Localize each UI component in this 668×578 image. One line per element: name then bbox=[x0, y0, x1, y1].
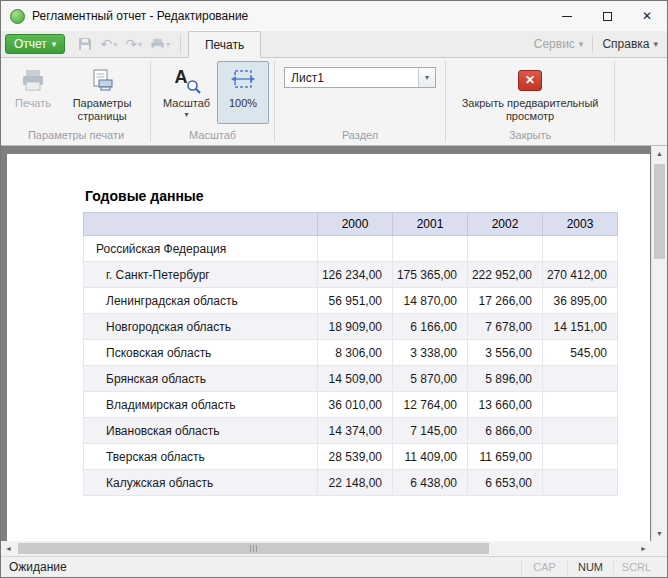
vertical-scrollbar[interactable]: ▲ ▼ bbox=[651, 146, 667, 541]
horizontal-scroll-thumb[interactable] bbox=[18, 543, 489, 554]
region-name-cell: Владимирская область bbox=[84, 392, 318, 418]
value-cell: 175 365,00 bbox=[393, 262, 468, 288]
scroll-right-button[interactable]: ► bbox=[636, 541, 651, 556]
tab-print[interactable]: Печать bbox=[188, 31, 261, 58]
close-button[interactable]: ✕ bbox=[627, 1, 667, 31]
scale-button[interactable]: A Масштаб ▾ bbox=[156, 61, 217, 124]
region-name-cell: Калужская область bbox=[84, 470, 318, 496]
maximize-icon bbox=[603, 12, 612, 21]
report-title: Годовые данные bbox=[85, 188, 204, 204]
year-header-cell: 2002 bbox=[468, 213, 543, 236]
value-cell: 11 659,00 bbox=[468, 444, 543, 470]
value-cell: 5 896,00 bbox=[468, 366, 543, 392]
value-cell bbox=[543, 366, 618, 392]
value-cell: 14 509,00 bbox=[318, 366, 393, 392]
group-label-scale: Масштаб bbox=[152, 127, 273, 145]
sheet-select-combobox[interactable]: Лист1 ▾ bbox=[284, 67, 436, 88]
window-title: Регламентный отчет - Редактирование bbox=[32, 9, 547, 23]
preview-area: Годовые данные 2000 2001 2002 2003 bbox=[1, 146, 651, 541]
value-cell: 6 166,00 bbox=[393, 314, 468, 340]
chevron-down-icon: ▾ bbox=[113, 40, 117, 49]
toolbar-separator bbox=[180, 35, 181, 53]
region-name-cell: Российская Федерация bbox=[84, 236, 318, 262]
value-cell: 8 306,00 bbox=[318, 340, 393, 366]
group-close: ✕ Закрыть предварительный просмотр Закры… bbox=[447, 58, 613, 145]
zoom-100-button[interactable]: 100% bbox=[217, 61, 269, 124]
titlebar[interactable]: Регламентный отчет - Редактирование ✕ bbox=[1, 1, 667, 31]
value-cell: 7 145,00 bbox=[393, 418, 468, 444]
print-button-label: Печать bbox=[15, 97, 51, 110]
print-button[interactable]: Печать bbox=[7, 61, 59, 124]
value-cell: 126 234,00 bbox=[318, 262, 393, 288]
scroll-up-icon: ▲ bbox=[656, 150, 663, 157]
thumb-grip bbox=[250, 545, 251, 552]
scroll-up-button[interactable]: ▲ bbox=[652, 146, 667, 161]
region-name-cell: Псковская область bbox=[84, 340, 318, 366]
zoom-fit-icon bbox=[230, 65, 256, 95]
group-section: Лист1 ▾ Раздел bbox=[276, 58, 444, 145]
scale-magnifier-icon: A bbox=[174, 67, 200, 93]
content-row: Годовые данные 2000 2001 2002 2003 bbox=[1, 146, 667, 541]
value-cell: 36 895,00 bbox=[543, 288, 618, 314]
value-cell: 17 266,00 bbox=[468, 288, 543, 314]
group-label-print-settings: Параметры печати bbox=[3, 127, 149, 145]
group-close-buttons: ✕ Закрыть предварительный просмотр bbox=[447, 58, 613, 127]
page-setup-button[interactable]: Параметры страницы bbox=[59, 61, 145, 124]
num-lock-indicator: NUM bbox=[567, 560, 613, 575]
scale-button-label: Масштаб bbox=[163, 97, 210, 110]
caps-lock-indicator: CAP bbox=[521, 560, 567, 575]
printer-icon bbox=[150, 37, 165, 51]
value-cell bbox=[543, 392, 618, 418]
status-text: Ожидание bbox=[1, 560, 521, 574]
value-cell: 6 438,00 bbox=[393, 470, 468, 496]
minimize-button[interactable] bbox=[547, 1, 587, 31]
table-header-row: 2000 2001 2002 2003 bbox=[84, 213, 618, 236]
region-name-cell: Ленинградская область bbox=[84, 288, 318, 314]
year-header-cell: 2003 bbox=[543, 213, 618, 236]
value-cell: 14 151,00 bbox=[543, 314, 618, 340]
group-label-section: Раздел bbox=[276, 127, 444, 145]
table-row: Калужская область22 148,006 438,006 653,… bbox=[84, 470, 618, 496]
maximize-button[interactable] bbox=[587, 1, 627, 31]
value-cell: 545,00 bbox=[543, 340, 618, 366]
scroll-left-button[interactable]: ◄ bbox=[1, 541, 16, 556]
save-icon bbox=[78, 37, 92, 51]
value-cell: 5 870,00 bbox=[393, 366, 468, 392]
group-separator bbox=[150, 61, 151, 142]
table-row: Ивановская область14 374,007 145,006 866… bbox=[84, 418, 618, 444]
group-scale-buttons: A Масштаб ▾ 100% bbox=[152, 58, 273, 127]
help-menu-button[interactable]: Справка ▾ bbox=[593, 33, 667, 55]
service-menu-button[interactable]: Сервис ▾ bbox=[525, 33, 593, 55]
value-cell: 22 148,00 bbox=[318, 470, 393, 496]
group-label-close: Закрыть bbox=[447, 127, 613, 145]
value-cell: 18 909,00 bbox=[318, 314, 393, 340]
page-setup-icon bbox=[90, 65, 114, 95]
scale-icon-box: A bbox=[174, 65, 200, 95]
close-preview-button[interactable]: ✕ Закрыть предварительный просмотр bbox=[451, 61, 609, 124]
print-quick-button[interactable]: ▾ bbox=[147, 35, 173, 53]
close-icon: ✕ bbox=[642, 10, 652, 22]
sheet-select-value: Лист1 bbox=[285, 71, 418, 85]
report-menu-button[interactable]: Отчет ▾ bbox=[5, 34, 65, 54]
report-table-body: Российская Федерацияг. Санкт-Петербург12… bbox=[84, 236, 618, 496]
redo-button[interactable]: ↷ ▾ bbox=[122, 35, 145, 53]
minimize-icon bbox=[562, 16, 572, 17]
chevron-down-icon: ▾ bbox=[579, 39, 584, 49]
vertical-scroll-track[interactable] bbox=[652, 161, 667, 526]
thumb-grip bbox=[253, 545, 254, 552]
corner-header-cell bbox=[84, 213, 318, 236]
quick-actions: ↶ ▾ ↷ ▾ ▾ bbox=[75, 35, 173, 53]
close-x-glyph: ✕ bbox=[525, 73, 535, 87]
value-cell: 36 010,00 bbox=[318, 392, 393, 418]
vertical-scroll-thumb[interactable] bbox=[654, 164, 665, 259]
hscroll-row: ◄ ► bbox=[1, 541, 667, 556]
combobox-dropdown-button[interactable]: ▾ bbox=[418, 68, 435, 87]
region-name-cell: Брянская область bbox=[84, 366, 318, 392]
save-button[interactable] bbox=[75, 35, 95, 53]
table-row: Брянская область14 509,005 870,005 896,0… bbox=[84, 366, 618, 392]
horizontal-scroll-track[interactable] bbox=[16, 541, 636, 556]
redo-icon: ↷ bbox=[125, 37, 137, 51]
group-print-settings: Печать Параметры страницы Параметры печа… bbox=[3, 58, 149, 145]
undo-button[interactable]: ↶ ▾ bbox=[97, 35, 120, 53]
scroll-down-button[interactable]: ▼ bbox=[652, 526, 667, 541]
